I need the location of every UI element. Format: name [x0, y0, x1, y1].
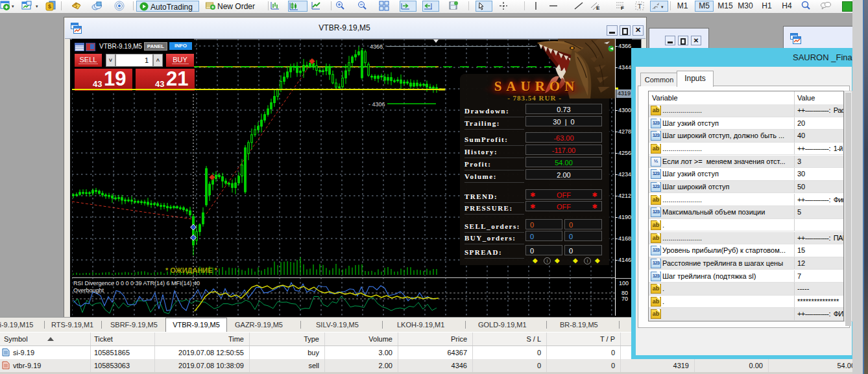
- svg-text:E: E: [596, 5, 600, 11]
- svg-text:- 4306: - 4306: [368, 101, 385, 108]
- svg-text:4366: 4366: [370, 43, 383, 50]
- svg-text:* ОЖИДАНИЕ *: * ОЖИДАНИЕ *: [165, 266, 218, 274]
- svg-text:5: 5: [75, 3, 77, 9]
- svg-text:Overbought: Overbought: [73, 287, 104, 294]
- svg-text:$: $: [48, 3, 51, 10]
- svg-text:RSI Divergence 0 0 0 0 39 ATR(: RSI Divergence 0 0 0 0 39 ATR(14) 6 MFI(…: [73, 280, 200, 286]
- svg-text:F: F: [621, 5, 624, 11]
- svg-text:T: T: [638, 3, 642, 10]
